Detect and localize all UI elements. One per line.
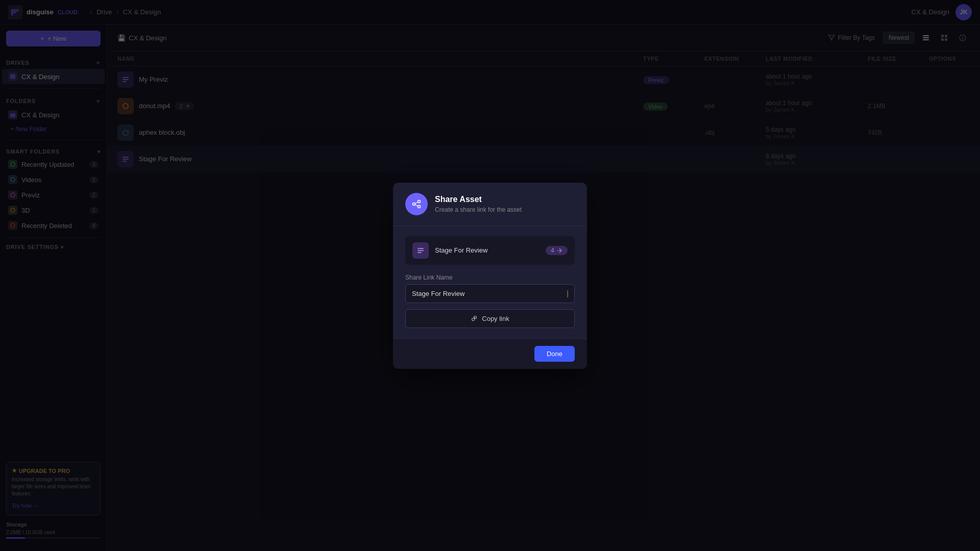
- svg-rect-31: [418, 248, 424, 249]
- modal-footer: Done: [393, 338, 587, 369]
- modal-subtitle: Create a share link for the asset: [435, 206, 522, 213]
- svg-point-27: [413, 203, 415, 205]
- asset-preview-icon: [412, 242, 429, 259]
- share-asset-modal: Share Asset Create a share link for the …: [393, 183, 587, 369]
- asset-preview-row: Stage For Review 4: [405, 236, 575, 265]
- share-link-name-label: Share Link Name: [405, 274, 575, 281]
- modal-overlay[interactable]: Share Asset Create a share link for the …: [0, 0, 980, 551]
- share-link-name-input[interactable]: [405, 284, 575, 303]
- asset-count: 4: [551, 247, 554, 254]
- field-input-wrapper: |: [405, 284, 575, 303]
- modal-body: Stage For Review 4 Share Link Name | Cop…: [393, 226, 587, 338]
- modal-icon: [405, 193, 428, 215]
- modal-title-area: Share Asset Create a share link for the …: [435, 195, 522, 213]
- svg-point-34: [472, 318, 475, 321]
- svg-line-36: [474, 317, 475, 318]
- copy-link-icon: [471, 315, 478, 322]
- svg-line-29: [415, 202, 418, 204]
- svg-rect-33: [418, 252, 422, 253]
- done-button[interactable]: Done: [534, 346, 575, 362]
- asset-count-badge: 4: [546, 246, 568, 255]
- svg-rect-32: [418, 250, 424, 251]
- share-icon: [411, 199, 422, 209]
- svg-point-28: [418, 205, 421, 208]
- modal-title: Share Asset: [435, 195, 522, 204]
- svg-point-26: [418, 200, 421, 203]
- copy-link-button[interactable]: Copy link: [405, 309, 575, 328]
- svg-line-30: [415, 205, 418, 206]
- modal-header: Share Asset Create a share link for the …: [393, 183, 587, 226]
- asset-preview-name: Stage For Review: [435, 246, 487, 254]
- copy-link-label: Copy link: [482, 315, 509, 322]
